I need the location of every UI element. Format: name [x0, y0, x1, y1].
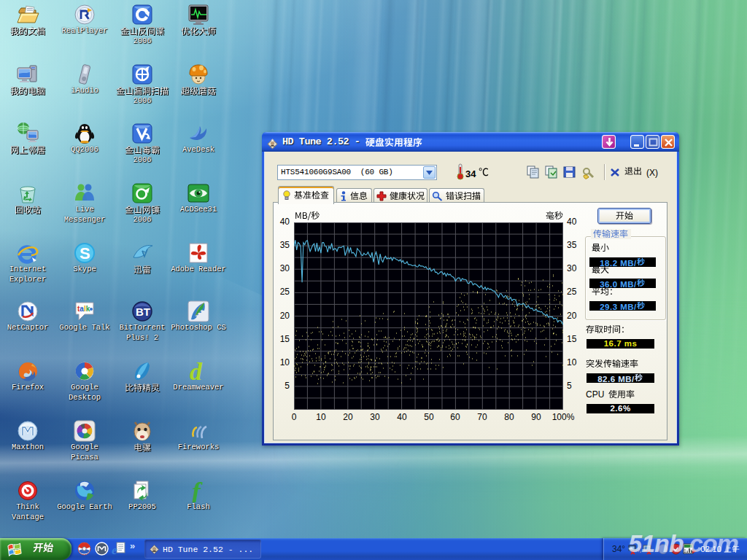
svg-text:f: f: [192, 479, 203, 502]
svg-text:d: d: [190, 359, 203, 383]
svg-text:e: e: [112, 543, 117, 556]
svg-text:S: S: [80, 244, 90, 262]
svg-text:BT: BT: [136, 306, 150, 318]
svg-text:talk: talk: [77, 305, 90, 313]
